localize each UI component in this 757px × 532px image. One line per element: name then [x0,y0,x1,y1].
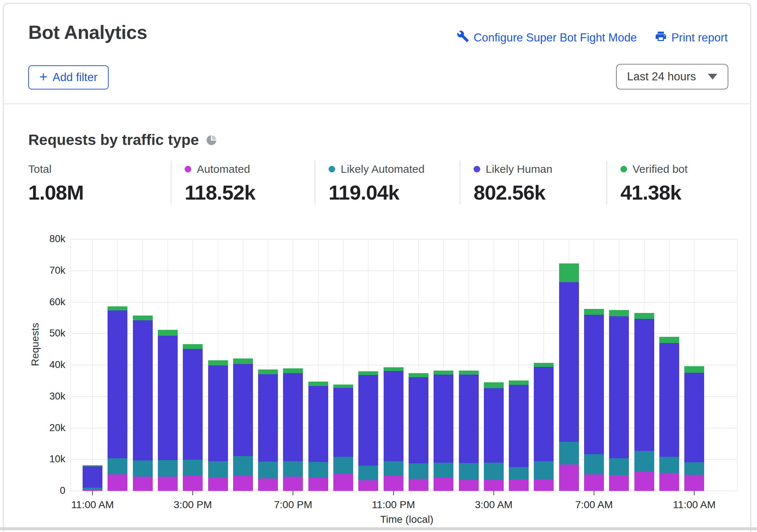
bar-1000am[interactable] [659,337,679,491]
bar-segment [83,488,102,489]
stat-label: Likely Human [486,163,553,175]
bar-segment [158,460,178,477]
bar-segment [358,371,378,375]
bar-segment [133,460,153,477]
bar-segment [208,477,228,491]
bar-segment [358,375,378,466]
bar-segment [534,479,554,491]
verified-bot-legend-dot [620,166,627,172]
bar-1100pm[interactable] [384,367,403,491]
bar-segment [484,382,504,388]
y-tick-label: 80k [36,233,65,245]
bar-segment [409,463,428,478]
bar-700am[interactable] [584,309,604,491]
bar-1200am[interactable] [409,373,428,491]
bar-segment [358,466,378,480]
bar-700pm[interactable] [283,368,303,491]
bar-segment [183,349,203,460]
bar-100am[interactable] [434,371,453,491]
stat-label: Likely Automated [341,163,424,175]
bar-1100am[interactable] [83,465,102,491]
bar-300am[interactable] [484,382,504,491]
stat-value: 1.08M [28,181,171,204]
bar-segment [434,463,453,478]
stat-total: Total 1.08M [28,161,171,204]
bar-segment [584,315,604,454]
stat-automated[interactable]: Automated 118.52k [171,161,315,204]
bar-segment [459,463,479,480]
pie-chart-icon[interactable] [206,134,217,146]
bar-segment [384,371,403,461]
bottom-page-divider [0,527,757,530]
bar-segment [634,313,654,319]
bar-segment [634,451,654,472]
bar-segment [559,282,579,442]
bar-900am[interactable] [634,313,654,491]
time-range-select[interactable]: Last 24 hours [616,64,728,90]
bar-segment [534,367,554,461]
bar-segment [258,374,278,462]
bar-200pm[interactable] [158,330,178,491]
configure-super-bot-fight-mode-link[interactable]: Configure Super Bot Fight Mode [457,30,637,45]
bar-segment [158,477,178,491]
bar-500pm[interactable] [233,358,253,491]
bar-segment [183,475,203,491]
bar-600pm[interactable] [258,369,278,491]
bar-segment [308,386,328,462]
stat-likely-automated[interactable]: Likely Automated 119.04k [315,161,460,204]
bar-segment [484,388,504,462]
bar-segment [183,344,203,349]
bar-segment [634,319,654,451]
bar-segment [233,358,253,364]
plus-icon: + [39,70,47,84]
bar-segment [584,454,604,474]
bar-segment [384,476,403,491]
stat-likely-human[interactable]: Likely Human 802.56k [460,161,606,204]
bar-400am[interactable] [509,380,529,491]
bar-400pm[interactable] [208,360,228,491]
bar-500am[interactable] [534,363,554,491]
bar-100pm[interactable] [133,316,153,491]
bar-segment [409,479,428,491]
y-tick-label: 60k [36,296,65,308]
print-report-link[interactable]: Print report [655,30,728,45]
bar-200am[interactable] [459,371,479,491]
x-tick-label: 11:00 AM [56,499,129,511]
chart-plot [70,239,737,491]
bar-segment [183,460,203,475]
x-tick [293,491,293,495]
bar-segment [283,368,303,374]
x-tick-label: 7:00 AM [557,499,631,511]
x-tick [694,491,695,495]
x-tick [594,491,594,495]
bar-segment [559,263,579,282]
bar-300pm[interactable] [183,344,203,491]
bar-1100am[interactable] [684,366,704,491]
bar-600am[interactable] [559,263,579,491]
bar-segment [684,366,704,373]
bar-800pm[interactable] [308,382,328,491]
bar-segment [233,456,253,476]
chevron-down-icon [708,74,717,80]
bar-segment [659,473,679,491]
bar-segment [158,330,178,336]
bar-900pm[interactable] [333,385,353,491]
likely-human-legend-dot [474,166,480,172]
stat-verified-bot[interactable]: Verified bot 41.38k [606,161,739,204]
x-tick-label: 11:00 AM [658,499,731,511]
bar-segment [233,476,253,491]
y-tick-label: 0 [36,485,65,496]
x-tick [393,491,394,495]
y-tick-label: 50k [36,328,65,339]
bar-800am[interactable] [609,310,629,491]
bar-1000pm[interactable] [358,371,378,491]
x-tick [92,491,93,495]
bar-segment [509,480,529,491]
bar-segment [283,461,303,477]
bar-segment [108,306,127,310]
y-tick-label: 70k [36,265,65,276]
bar-segment [333,385,353,388]
bar-1200pm[interactable] [108,306,127,491]
bar-segment [258,462,278,478]
add-filter-button[interactable]: + Add filter [28,65,109,90]
